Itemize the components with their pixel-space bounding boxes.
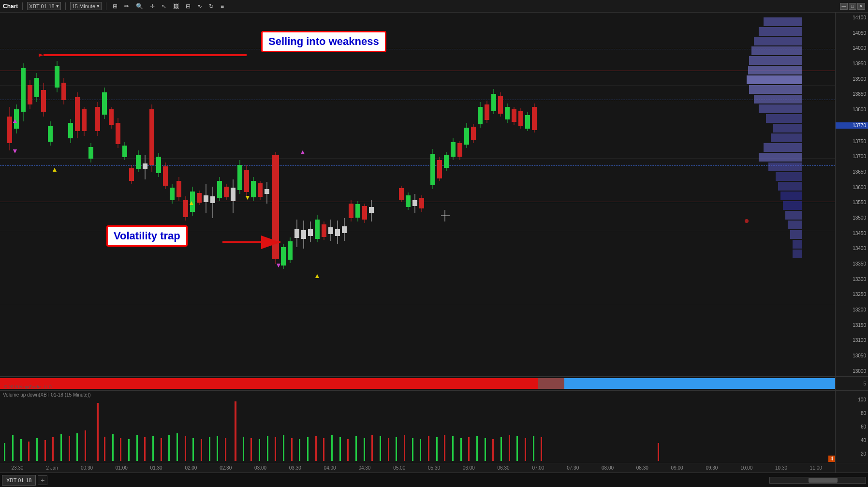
svg-rect-125 [457, 143, 462, 157]
svg-rect-35 [122, 146, 127, 157]
magnify-icon[interactable]: 🔍 [134, 2, 145, 10]
ratio-icon[interactable]: ⊟ [184, 2, 192, 10]
svg-rect-193 [104, 437, 105, 461]
price-13150: 13150 [836, 323, 868, 328]
svg-rect-226 [371, 435, 373, 461]
svg-rect-51 [177, 181, 181, 197]
crosshair-icon[interactable]: ✛ [148, 2, 157, 10]
separator [22, 2, 23, 10]
svg-rect-233 [428, 436, 429, 461]
band-blue [564, 378, 868, 389]
svg-rect-215 [283, 435, 284, 461]
svg-rect-229 [396, 437, 397, 461]
svg-rect-119 [437, 160, 442, 178]
timeframe-selector[interactable]: 15 Minute ▾ [70, 2, 102, 10]
main-chart[interactable]: Selling into weakness Volatility trap [0, 13, 868, 377]
svg-rect-238 [468, 437, 470, 461]
volume-profile [744, 13, 802, 376]
svg-rect-9 [34, 78, 39, 97]
svg-rect-195 [120, 438, 121, 461]
svg-rect-73 [244, 170, 249, 192]
svg-rect-115 [419, 198, 424, 208]
svg-rect-29 [102, 92, 107, 115]
price-13600: 13600 [836, 185, 868, 190]
svg-rect-171 [788, 221, 802, 229]
separator2 [65, 2, 66, 10]
wave-icon[interactable]: ∿ [195, 2, 204, 10]
oscillator-panel: Volume up down(XBT 01-18 (15 Minute)) [0, 390, 868, 463]
tab-add-button[interactable]: + [38, 475, 47, 485]
scrollbar-thumb[interactable] [809, 478, 838, 483]
symbol-selector[interactable]: XBT 01-18 ▾ [27, 2, 60, 10]
maximize-button[interactable]: □ [849, 3, 856, 10]
svg-rect-242 [500, 437, 502, 461]
svg-rect-161 [773, 124, 802, 133]
svg-rect-240 [485, 438, 486, 461]
bars-icon[interactable]: ⊞ [111, 2, 119, 10]
chevron-down-icon: ▾ [56, 3, 59, 9]
svg-rect-213 [267, 436, 268, 461]
svg-rect-133 [485, 104, 489, 120]
svg-rect-191 [85, 430, 86, 461]
toolbar: Chart XBT 01-18 ▾ 15 Minute ▾ ⊞ ✏ 🔍 ✛ ↖ … [0, 0, 868, 13]
svg-rect-27 [95, 107, 100, 131]
price-13200: 13200 [836, 307, 868, 312]
svg-rect-222 [339, 437, 341, 461]
svg-rect-15 [55, 66, 59, 88]
price-13650: 13650 [836, 169, 868, 175]
svg-rect-220 [323, 438, 324, 461]
svg-rect-131 [478, 107, 483, 124]
osc-level-40: 40 [836, 438, 868, 443]
tab-bar: XBT 01-18 + [0, 472, 868, 487]
svg-rect-189 [69, 436, 70, 461]
svg-rect-184 [28, 442, 29, 461]
svg-rect-245 [525, 438, 526, 461]
svg-rect-77 [258, 183, 263, 197]
list-icon[interactable]: ≡ [219, 2, 226, 10]
svg-rect-53 [183, 200, 188, 217]
svg-rect-154 [749, 56, 802, 65]
svg-rect-150 [764, 17, 802, 26]
band-container: 5 [0, 377, 868, 390]
svg-rect-236 [452, 436, 454, 461]
svg-rect-237 [460, 438, 462, 461]
svg-rect-235 [444, 435, 445, 461]
svg-rect-169 [783, 201, 802, 210]
svg-rect-196 [128, 439, 130, 461]
volatility-trap-arrow [222, 233, 285, 252]
marker-purple-down-2: ▼ [275, 261, 282, 269]
selling-weakness-arrow [39, 45, 256, 65]
oscillator-svg [0, 400, 835, 463]
svg-rect-198 [144, 437, 146, 461]
marker-yellow-up-1: ▲ [51, 165, 58, 173]
marker-yellow-down-1: ▼ [244, 193, 251, 201]
horizontal-scrollbar[interactable] [769, 477, 866, 484]
tab-xbt0118[interactable]: XBT 01-18 [2, 475, 36, 486]
price-13300: 13300 [836, 277, 868, 282]
svg-rect-183 [20, 439, 22, 461]
refresh-icon[interactable]: ↻ [207, 2, 216, 10]
svg-rect-105 [362, 206, 367, 220]
cursor-icon[interactable]: ↖ [160, 2, 168, 10]
svg-rect-111 [406, 195, 411, 207]
marker-purple-down-1: ▼ [12, 147, 18, 155]
minimize-button[interactable]: — [840, 3, 848, 10]
price-13400: 13400 [836, 246, 868, 251]
svg-rect-5 [21, 68, 26, 112]
draw-icon[interactable]: ✏ [122, 2, 131, 10]
svg-rect-166 [776, 172, 802, 181]
svg-rect-129 [471, 127, 476, 140]
candlestick-svg [0, 13, 835, 376]
svg-rect-230 [404, 435, 405, 461]
price-13100: 13100 [836, 338, 868, 343]
oscillator-label: Volume up down(XBT 01-18 (15 Minute)) [3, 392, 91, 398]
close-button[interactable]: ✕ [857, 3, 865, 10]
svg-rect-205 [192, 438, 194, 461]
svg-rect-139 [505, 107, 510, 119]
screenshot-icon[interactable]: 🖼 [171, 2, 181, 10]
band-scale: 5 [835, 377, 868, 390]
svg-rect-201 [168, 435, 170, 461]
svg-rect-19 [68, 123, 73, 138]
svg-rect-210 [243, 437, 244, 461]
svg-rect-221 [331, 435, 333, 461]
